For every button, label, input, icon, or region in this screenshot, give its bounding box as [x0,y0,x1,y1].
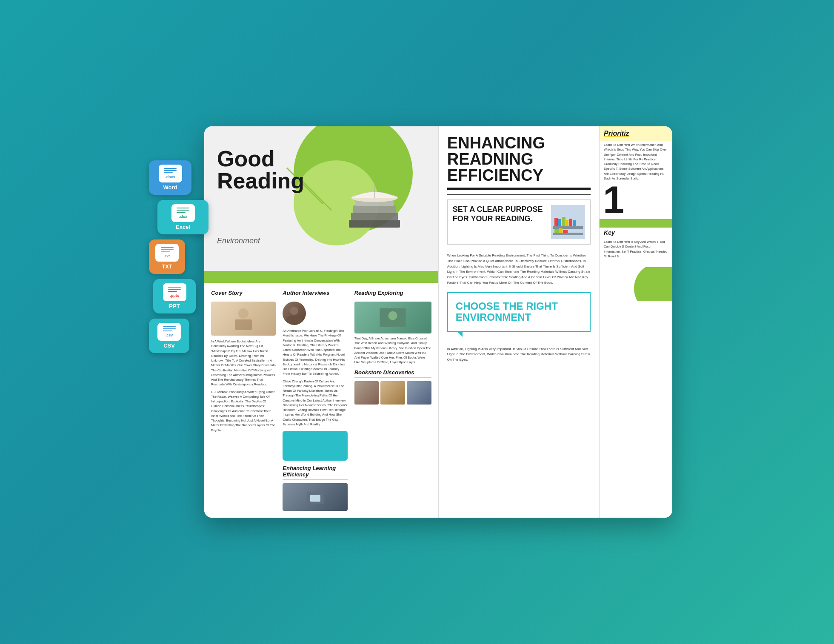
svg-rect-16 [554,218,558,226]
author-body2: Chloe Zhang's Fusion Of Culture And Fant… [283,379,347,427]
svg-rect-23 [554,229,559,233]
csv-label: CSV [163,342,175,349]
svg-point-13 [388,311,397,320]
author-avatar [283,302,306,325]
svg-rect-15 [553,226,583,229]
purpose-box: SET A CLEAR PURPOSE FOR YOUR READING. RE… [447,199,591,245]
reading-exploring-column: Reading Exploring That Day, A Brave Adve… [354,290,431,511]
hero-title-line2: Reading [217,168,304,193]
svg-rect-0 [349,220,400,228]
ppt-ext-label: .pptx [170,294,179,298]
green-banner [204,271,438,283]
bookstore-images [354,381,431,405]
hero-subtitle: Environment [217,237,260,245]
cover-story-body2: E.J. Mellow, Previously A Writer Flying … [211,390,276,433]
right-top-section: ENHANCINGREADNINGEFFICIENCY SET A CLEAR … [439,126,599,253]
choose-env-title: CHOOSE THE RIGHT ENVIRONMENT [456,301,582,323]
svg-rect-1 [351,213,398,220]
svg-point-6 [238,308,248,319]
book-stack-illustration [340,177,426,271]
svg-rect-25 [563,230,568,233]
txt-ext-label: .txt [164,254,170,258]
enhance-learn-image [283,483,347,511]
cover-story-body1: In A World Where Bookshelves Are Constan… [211,339,276,387]
reading-explore-body: That Day, A Brave Adventurer Named Elsa … [354,336,431,365]
author-body1: An Afternoon With Jordan K. Fieldingin T… [283,328,347,376]
sidebar-key-label: Key [600,228,672,239]
excel-ext-label: .xlsx [179,214,187,219]
reading-exploring-title: Reading Exploring [354,290,431,298]
hero-subtitle-text: Environment [217,237,260,245]
excel-label: Excel [176,224,190,230]
txt-label: TXT [162,263,172,270]
black-rule-top [447,188,591,190]
word-ext-label: .docx [165,175,175,179]
svg-rect-18 [562,217,566,226]
thin-rule [447,194,591,195]
sidebar-highlight-title: Prioritiz [604,130,668,137]
hero-section: Good Reading Environment [204,126,438,271]
reading-explore-image [354,302,431,333]
author-interviews-column: Author Interviews An Afternoon With Jord… [283,290,347,511]
sidebar-highlight: Prioritiz [600,126,672,141]
cover-story-image [211,302,276,336]
csv-file-icon[interactable]: .csv CSV [149,319,189,353]
txt-file-icon[interactable]: .txt TXT [149,239,185,274]
word-file-icon[interactable]: .docx Word [149,160,191,195]
svg-rect-17 [558,219,561,226]
outer-container: .docx Word .xlsx Excel [162,126,672,518]
ppt-file-icon[interactable]: .pptx PPT [153,279,196,313]
right-body-text-1: When Looking For A Suitable Reading Envi… [439,253,599,286]
bookstore-img-3 [407,381,431,405]
sidebar-number: 1 [600,181,672,219]
svg-rect-11 [310,495,320,502]
svg-rect-20 [569,219,572,226]
excel-file-icon[interactable]: .xlsx Excel [157,200,208,234]
sidebar-text-top: Learn To Differenti Which Information An… [600,142,672,181]
ppt-label: PPT [169,303,180,309]
teal-rect [283,431,347,461]
main-heading: ENHANCINGREADNINGEFFICIENCY [447,135,591,183]
bookstore-img-1 [354,381,379,405]
svg-rect-21 [573,220,576,226]
author-interviews-title: Author Interviews [283,290,347,298]
right-body-text-2: In Addition, Lighting Is Also Very Impor… [439,338,599,367]
sidebar-right: Prioritiz Learn To Differenti Which Info… [599,126,672,518]
page-left: Good Reading Environment [204,126,438,518]
enhance-learn-title: Enhancing Learning Efficiency [283,465,347,480]
svg-rect-19 [566,220,568,226]
file-icons-panel: .docx Word .xlsx Excel [149,160,208,353]
purpose-text: SET A CLEAR PURPOSE FOR YOUR READING. [453,205,547,223]
hero-title-line1: Good [217,146,275,171]
page-right: ENHANCINGREADNINGEFFICIENCY SET A CLEAR … [438,126,599,518]
purpose-image: READ [551,205,585,239]
sidebar-bottom-text: Learn To Differenti Is Key And Which Y Y… [600,239,672,259]
svg-point-8 [290,307,299,315]
bookstore-title: Bookstore Discoveries [354,369,431,378]
svg-rect-9 [286,316,302,323]
hero-title: Good Reading [217,148,304,192]
svg-rect-7 [235,319,252,330]
word-label: Word [163,184,177,191]
bookstore-img-2 [380,381,405,405]
choose-environment-box: CHOOSE THE RIGHT ENVIRONMENT [447,292,591,332]
cover-story-title: Cover Story [211,290,276,298]
svg-rect-2 [353,205,396,213]
document-wrapper: Good Reading Environment [204,126,672,518]
csv-ext-label: .csv [166,333,173,337]
svg-rect-24 [559,228,563,233]
cover-story-column: Cover Story In A World Where Bookshelves… [211,290,276,511]
lower-content: Cover Story In A World Where Bookshelves… [204,283,438,518]
svg-rect-22 [553,233,583,235]
